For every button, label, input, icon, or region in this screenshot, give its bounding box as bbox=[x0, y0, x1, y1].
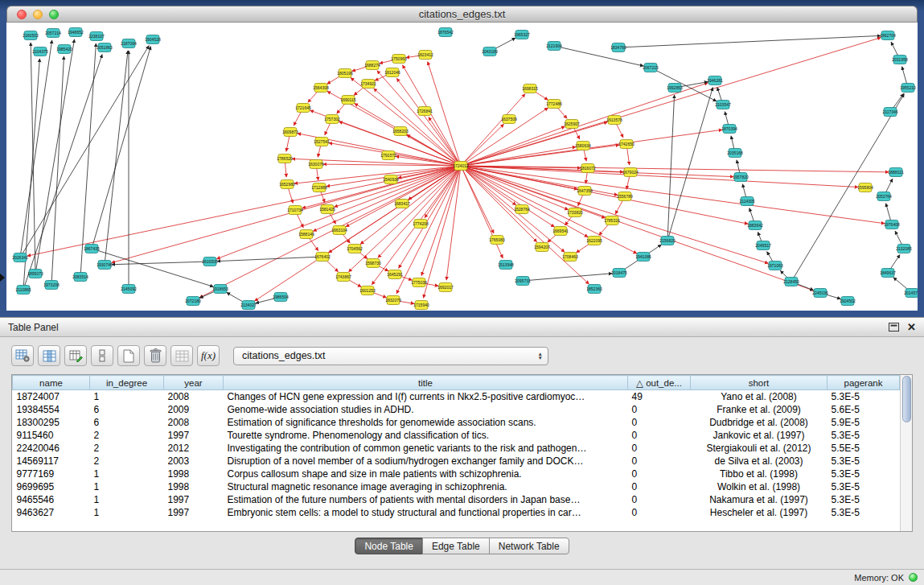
table-cell-out_degree[interactable]: 0 bbox=[628, 429, 691, 442]
graph-node[interactable]: 1772486 bbox=[546, 100, 562, 109]
close-panel-icon[interactable]: ✕ bbox=[907, 322, 916, 332]
table-cell-short[interactable]: Hescheler et al. (1997) bbox=[691, 506, 827, 519]
table-cell-out_degree[interactable]: 0 bbox=[628, 455, 691, 468]
graph-node[interactable]: 1965327 bbox=[514, 31, 530, 39]
graph-node[interactable]: 2110865 bbox=[15, 286, 31, 295]
table-cell-out_degree[interactable]: 0 bbox=[628, 480, 691, 493]
graph-node[interactable]: 1715940 bbox=[413, 301, 429, 310]
graph-edge[interactable] bbox=[461, 166, 565, 252]
table-cell-pagerank[interactable]: 5.3E-5 bbox=[827, 468, 900, 480]
table-cell-pagerank[interactable]: 5.5E-5 bbox=[827, 442, 900, 455]
graph-edge[interactable] bbox=[461, 130, 722, 166]
table-cell-in_degree[interactable]: 1 bbox=[90, 480, 164, 493]
graph-node[interactable]: 1918653 bbox=[212, 285, 228, 294]
zoom-window-button[interactable] bbox=[49, 10, 59, 19]
graph-edge[interactable] bbox=[461, 166, 588, 237]
table-cell-name[interactable]: 9465546 bbox=[13, 493, 90, 506]
table-cell-year[interactable]: 2008 bbox=[164, 416, 224, 429]
column-header-short[interactable]: short bbox=[691, 376, 827, 390]
tab-network-table[interactable]: Network Table bbox=[489, 538, 569, 554]
table-cell-out_degree[interactable]: 0 bbox=[628, 506, 691, 519]
column-header-year[interactable]: year bbox=[164, 376, 224, 390]
graph-edge[interactable] bbox=[667, 88, 713, 241]
delete-table-icon[interactable] bbox=[144, 345, 166, 366]
table-cell-in_degree[interactable]: 6 bbox=[90, 403, 164, 416]
table-cell-short[interactable]: Franke et al. (2009) bbox=[691, 403, 827, 416]
graph-node[interactable]: 2026341 bbox=[12, 253, 28, 262]
graph-node[interactable]: 1601253 bbox=[359, 286, 376, 295]
graph-edge[interactable] bbox=[461, 166, 569, 210]
table-cell-title[interactable]: Genome-wide association studies in ADHD. bbox=[224, 403, 628, 416]
table-cell-in_degree[interactable]: 1 bbox=[90, 468, 164, 480]
table-cell-name[interactable]: 22420046 bbox=[13, 442, 90, 455]
table-cell-in_degree[interactable]: 1 bbox=[90, 493, 164, 506]
graph-node[interactable]: 1710734 bbox=[287, 206, 303, 215]
graph-edge[interactable] bbox=[20, 40, 52, 257]
network-canvas-svg[interactable]: 1724012181204617349211690115175730215275… bbox=[6, 23, 918, 311]
table-cell-pagerank[interactable]: 5.3E-5 bbox=[827, 390, 900, 403]
graph-edge[interactable] bbox=[667, 95, 675, 241]
graph-edge[interactable] bbox=[403, 65, 461, 166]
graph-edge[interactable] bbox=[20, 46, 149, 257]
table-cell-name[interactable]: 19384554 bbox=[13, 403, 90, 416]
graph-node[interactable]: 2117346 bbox=[882, 108, 897, 117]
graph-node[interactable]: 1862704 bbox=[880, 31, 896, 40]
graph-edge[interactable] bbox=[461, 126, 565, 166]
table-row[interactable]: 911546021997Tourette syndrome. Phenomeno… bbox=[13, 429, 900, 442]
graph-node[interactable]: 1594207 bbox=[534, 243, 550, 252]
graph-node[interactable]: 1658203 bbox=[392, 127, 409, 136]
graph-edge[interactable] bbox=[461, 166, 537, 242]
graph-node[interactable]: 1750963 bbox=[391, 55, 407, 64]
graph-node[interactable]: 1683417 bbox=[394, 200, 410, 208]
graph-edge[interactable] bbox=[461, 166, 637, 253]
table-cell-pagerank[interactable]: 5.3E-5 bbox=[827, 455, 900, 468]
table-cell-out_degree[interactable]: 0 bbox=[628, 493, 691, 506]
graph-edge[interactable] bbox=[618, 35, 881, 47]
graph-edge[interactable] bbox=[523, 274, 612, 281]
table-cell-short[interactable]: Dudbridge et al. (2008) bbox=[691, 416, 827, 429]
graph-edge[interactable] bbox=[554, 46, 643, 66]
graph-node[interactable]: 1957820 bbox=[733, 173, 749, 182]
table-cell-short[interactable]: de Silva et al. (2003) bbox=[691, 455, 827, 468]
graph-node[interactable]: 2103547 bbox=[715, 101, 731, 109]
table-cell-pagerank[interactable]: 5.3E-5 bbox=[827, 429, 900, 442]
function-builder-icon[interactable]: f(x) bbox=[197, 345, 220, 366]
graph-node[interactable]: 1726841 bbox=[417, 107, 433, 116]
graph-node[interactable]: 1528764 bbox=[514, 205, 530, 214]
table-cell-pagerank[interactable]: 5.6E-5 bbox=[827, 403, 900, 416]
table-row[interactable]: 946554611997Estimation of the future num… bbox=[13, 493, 900, 506]
rows-icon[interactable] bbox=[91, 345, 113, 366]
graph-node[interactable]: 2014572 bbox=[904, 289, 918, 298]
table-cell-out_degree[interactable]: 49 bbox=[628, 390, 691, 403]
graph-node[interactable]: 1870394 bbox=[721, 125, 737, 134]
graph-node[interactable]: 2128450 bbox=[783, 278, 799, 286]
table-cell-in_degree[interactable]: 1 bbox=[90, 390, 164, 403]
graph-node[interactable]: 2049517 bbox=[755, 241, 771, 250]
import-table-icon[interactable] bbox=[170, 345, 193, 366]
table-row[interactable]: 1456911722003Disruption of a novel membe… bbox=[13, 455, 900, 468]
table-cell-out_degree[interactable]: 0 bbox=[628, 416, 691, 429]
graph-node[interactable]: 1774208 bbox=[413, 220, 429, 229]
graph-node[interactable]: 1527541 bbox=[314, 138, 330, 146]
graph-node[interactable]: 1834760 bbox=[610, 43, 626, 52]
table-row[interactable]: 1830029562008Estimation of significance … bbox=[13, 416, 900, 429]
graph-node[interactable]: 1647358 bbox=[577, 187, 593, 196]
graph-edge[interactable] bbox=[216, 166, 461, 259]
table-cell-year[interactable]: 1998 bbox=[164, 468, 224, 480]
table-cell-year[interactable]: 2009 bbox=[164, 403, 224, 416]
table-cell-in_degree[interactable]: 6 bbox=[90, 416, 164, 429]
graph-node[interactable]: 2145092 bbox=[121, 285, 137, 294]
table-cell-pagerank[interactable]: 5.3E-5 bbox=[827, 506, 900, 519]
graph-edge[interactable] bbox=[396, 166, 461, 294]
minimize-window-button[interactable] bbox=[33, 10, 43, 19]
graph-node[interactable]: 2043189 bbox=[482, 47, 498, 56]
graph-edge[interactable] bbox=[791, 94, 904, 282]
graph-node[interactable]: 2238107 bbox=[88, 32, 105, 41]
table-columns-icon[interactable] bbox=[38, 345, 60, 366]
table-cell-name[interactable]: 9463627 bbox=[13, 506, 90, 519]
graph-node[interactable]: 1816072 bbox=[580, 164, 596, 173]
table-cell-pagerank[interactable]: 5.9E-5 bbox=[827, 416, 900, 429]
graph-node[interactable]: 1679024 bbox=[622, 168, 639, 177]
graph-node[interactable]: 1976408 bbox=[884, 220, 900, 229]
graph-node[interactable]: 1609873 bbox=[282, 128, 298, 137]
